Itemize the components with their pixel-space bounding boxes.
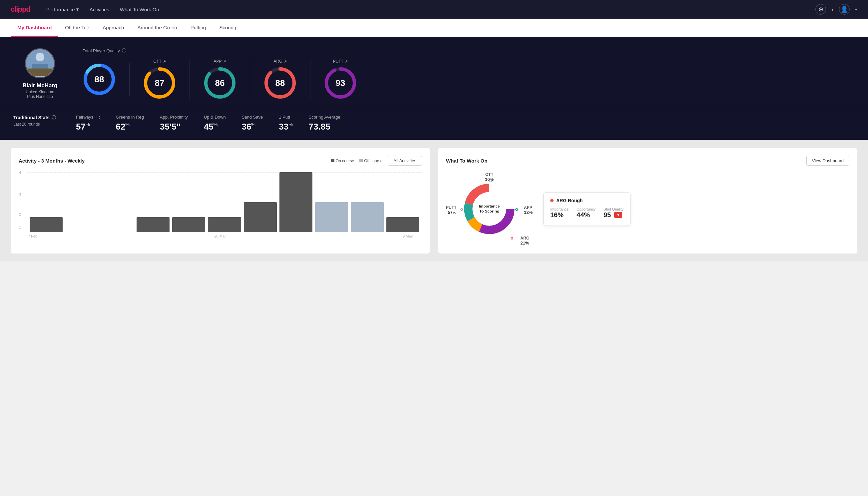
arg-rough-tooltip: ARG Rough Importance 16% Opportunity 44%… bbox=[543, 192, 631, 226]
total-circle: 88 bbox=[83, 63, 116, 96]
chart-legend: On course Off course bbox=[331, 158, 383, 163]
activity-chart-card: Activity - 3 Months - Weekly On course O… bbox=[11, 148, 430, 253]
shot-quality-badge: ▼ bbox=[614, 212, 622, 218]
what-to-work-on-title: What To Work On bbox=[446, 158, 487, 164]
total-quality-label: Total Player Quality ⓘ bbox=[83, 48, 855, 53]
ott-circle: 87 bbox=[143, 66, 176, 99]
ott-score-value: 87 bbox=[155, 78, 164, 88]
all-activities-button[interactable]: All Activities bbox=[388, 156, 422, 166]
stat-fairways-hit: Fairways Hit 57% bbox=[76, 114, 100, 132]
bar-5 bbox=[172, 217, 205, 232]
tab-approach[interactable]: Approach bbox=[96, 19, 130, 37]
scores-section: Total Player Quality ⓘ 88 bbox=[83, 48, 855, 99]
brand-logo: clippd bbox=[11, 5, 30, 14]
bottom-section: Activity - 3 Months - Weekly On course O… bbox=[0, 140, 868, 262]
stats-label: Traditional Stats ⓘ bbox=[13, 114, 60, 121]
bar-1 bbox=[30, 217, 63, 232]
activity-chart-header: Activity - 3 Months - Weekly On course O… bbox=[19, 156, 422, 166]
svg-point-1 bbox=[36, 52, 44, 61]
score-ott: OTT ↗ 87 bbox=[129, 59, 190, 99]
user-menu-button[interactable]: 👤 bbox=[839, 4, 850, 15]
traditional-stats-bar: Traditional Stats ⓘ Last 20 rounds Fairw… bbox=[0, 109, 868, 140]
stat-sand-save: Sand Save 36% bbox=[242, 114, 263, 132]
player-name: Blair McHarg bbox=[23, 82, 58, 89]
arg-label: ARG ↗ bbox=[273, 59, 286, 64]
score-arg: ARG ↗ 88 bbox=[250, 59, 311, 99]
bar-10 bbox=[351, 202, 384, 232]
top-navigation: clippd Performance ▾ Activities What To … bbox=[0, 0, 868, 19]
what-to-work-on-card: What To Work On View Dashboard OTT 10% A… bbox=[438, 148, 857, 253]
what-to-work-on-header: What To Work On View Dashboard bbox=[446, 156, 849, 166]
tooltip-dot bbox=[550, 199, 554, 202]
ott-arrow-icon: ↗ bbox=[163, 59, 166, 64]
stat-app-proximity: App. Proximity 35'5" bbox=[160, 114, 188, 132]
stat-up-and-down: Up & Down 45% bbox=[204, 114, 226, 132]
score-putt: PUTT ↗ 93 bbox=[311, 59, 370, 99]
putt-score-value: 93 bbox=[336, 78, 345, 88]
donut-area: OTT 10% APP 12% ARG 21% PUTT bbox=[446, 172, 849, 246]
plus-icon: ⊕ bbox=[818, 6, 823, 13]
bar-4 bbox=[137, 217, 170, 232]
tab-around-the-green[interactable]: Around the Green bbox=[130, 19, 184, 37]
stat-scoring-average: Scoring Average 73.85 bbox=[309, 114, 341, 132]
add-button[interactable]: ⊕ bbox=[815, 4, 826, 15]
stat-greens-in-reg: Greens In Reg 62% bbox=[116, 114, 144, 132]
user-icon: 👤 bbox=[841, 6, 848, 13]
app-circle: 86 bbox=[203, 66, 236, 99]
putt-segment-label: PUTT 57% bbox=[446, 205, 456, 215]
donut-with-labels: OTT 10% APP 12% ARG 21% PUTT bbox=[446, 172, 533, 246]
tooltip-title: ARG Rough bbox=[550, 198, 624, 203]
bar-11 bbox=[386, 217, 419, 232]
arg-arrow-icon: ↗ bbox=[284, 59, 287, 64]
svg-rect-3 bbox=[26, 68, 54, 76]
tab-scoring[interactable]: Scoring bbox=[212, 19, 243, 37]
donut-dot-arg bbox=[510, 237, 513, 239]
tab-putting[interactable]: Putting bbox=[184, 19, 213, 37]
ott-label: OTT ↗ bbox=[154, 59, 166, 64]
activity-bar-chart: 4 3 2 1 bbox=[19, 172, 422, 246]
hero-top-row: Blair McHarg United Kingdom Plus Handica… bbox=[13, 48, 855, 99]
tab-off-the-tee[interactable]: Off the Tee bbox=[58, 19, 96, 37]
donut-dot-top bbox=[489, 180, 492, 182]
total-score-value: 88 bbox=[95, 74, 104, 84]
hero-section: Blair McHarg United Kingdom Plus Handica… bbox=[0, 37, 868, 109]
scores-row: 88 OTT ↗ 87 bbox=[83, 59, 855, 99]
view-dashboard-button[interactable]: View Dashboard bbox=[806, 156, 849, 166]
stats-label-section: Traditional Stats ⓘ Last 20 rounds bbox=[13, 114, 60, 127]
putt-label: PUTT ↗ bbox=[333, 59, 348, 64]
arg-circle: 88 bbox=[264, 66, 297, 99]
bar-7 bbox=[244, 202, 277, 232]
activity-chart-title: Activity - 3 Months - Weekly bbox=[19, 158, 84, 164]
player-info: Blair McHarg United Kingdom Plus Handica… bbox=[13, 48, 67, 99]
player-handicap: Plus Handicap bbox=[27, 94, 53, 99]
app-segment-label: APP 12% bbox=[524, 205, 533, 215]
player-country: United Kingdom bbox=[26, 90, 54, 94]
tooltip-shot-quality: Shot Quality 95 ▼ bbox=[603, 207, 624, 219]
nav-right-controls: ⊕ ▾ 👤 ▾ bbox=[815, 4, 857, 15]
nav-what-to-work-on[interactable]: What To Work On bbox=[120, 7, 159, 12]
putt-circle: 93 bbox=[324, 66, 357, 99]
nav-activities[interactable]: Activities bbox=[90, 7, 109, 12]
donut-dot-app bbox=[515, 208, 518, 211]
stats-period: Last 20 rounds bbox=[13, 122, 60, 127]
svg-text:To Scoring: To Scoring bbox=[479, 209, 499, 213]
score-app: APP ↗ 86 bbox=[190, 59, 250, 99]
tooltip-opportunity: Opportunity 44% bbox=[577, 207, 596, 219]
arg-score-value: 88 bbox=[275, 78, 285, 88]
donut-chart-container: OTT 10% APP 12% ARG 21% PUTT bbox=[446, 172, 533, 246]
bar-6 bbox=[208, 217, 241, 232]
stats-info-icon[interactable]: ⓘ bbox=[52, 114, 56, 121]
putt-arrow-icon: ↗ bbox=[345, 59, 348, 64]
stat-one-putt: 1 Putt 33% bbox=[279, 114, 293, 132]
tab-my-dashboard[interactable]: My Dashboard bbox=[11, 19, 58, 37]
info-icon[interactable]: ⓘ bbox=[122, 48, 126, 53]
avatar bbox=[25, 48, 55, 78]
chart-x-labels: 7 Feb 28 Mar 9 May bbox=[19, 232, 422, 238]
app-label: APP ↗ bbox=[214, 59, 226, 64]
page-tabs: My Dashboard Off the Tee Approach Around… bbox=[0, 19, 868, 37]
donut-dot-putt bbox=[460, 208, 463, 211]
tooltip-importance: Importance 16% bbox=[550, 207, 569, 219]
nav-performance[interactable]: Performance ▾ bbox=[46, 6, 79, 12]
arg-segment-label: ARG 21% bbox=[520, 236, 529, 246]
bar-9 bbox=[315, 202, 348, 232]
